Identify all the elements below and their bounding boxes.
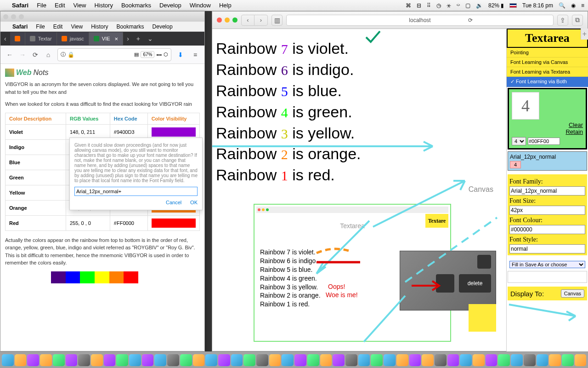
volume-icon[interactable]: 🔉 [476,2,483,9]
more-icon[interactable]: ••• [156,52,162,58]
dock-app-icon[interactable] [78,354,90,366]
clock-text[interactable]: Tue 8:16 pm [522,2,553,9]
dock-app-icon[interactable] [104,354,116,366]
status-icon[interactable]: ⠿ [427,2,431,9]
dock-app-icon[interactable] [294,354,306,366]
new-tab-icon[interactable]: + [133,35,144,42]
status-icon[interactable]: ⌘ [406,2,411,9]
ok-button[interactable]: OK [190,200,198,205]
home-icon[interactable]: ⌂ [43,49,54,60]
ff-menu[interactable]: Bookmarks [117,23,144,30]
menu-view[interactable]: View [74,2,86,9]
zoom-level[interactable]: 67% [141,51,154,58]
dock-app-icon[interactable] [358,354,370,366]
dock-app-icon[interactable] [66,354,78,366]
dock-app-icon[interactable] [409,354,421,366]
nav-buttons[interactable]: ‹› [241,15,268,26]
menu-file[interactable]: File [37,2,46,9]
dock-app-icon[interactable] [511,354,523,366]
dock-app-icon[interactable] [193,354,205,366]
reader-icon[interactable]: ▤ [134,52,139,58]
dock-app-icon[interactable] [231,354,243,366]
clear-link[interactable]: Clear [512,121,583,128]
menu-help[interactable]: Help [219,2,232,9]
clock-icon[interactable]: ◷ [436,2,441,9]
menu-window[interactable]: Window [190,2,211,9]
dock-app-icon[interactable] [498,354,510,366]
mode-menu-item[interactable]: Font Learning via Textarea [507,67,588,77]
wifi-icon[interactable]: ⌔ [457,2,460,9]
reload-icon[interactable]: ⟳ [30,49,41,60]
tab[interactable]: javasc [57,32,89,45]
dock-app-icon[interactable] [142,354,154,366]
pocket-icon[interactable]: ⬡ [164,52,168,58]
dialog-input[interactable] [74,187,198,196]
bluetooth-icon[interactable]: ⚹ [447,2,451,9]
traffic-lights[interactable] [3,14,24,19]
traffic-lights[interactable] [217,17,237,23]
ff-menu[interactable]: Develop [153,23,173,30]
dock-app-icon[interactable] [575,354,587,366]
font-size-input[interactable] [509,206,585,215]
cancel-button[interactable]: Cancel [166,200,181,205]
ff-menu[interactable]: File [36,23,45,30]
mode-menu-item[interactable]: Pointing [507,48,588,58]
menu-edit[interactable]: Edit [55,2,65,9]
retain-link[interactable]: Retain [512,128,583,135]
dock-app-icon[interactable] [460,354,472,366]
dock-app-icon[interactable] [537,354,548,366]
display-icon[interactable]: ▢ [465,2,470,9]
tab-scroll-right-icon[interactable]: › [123,35,133,42]
dock-app-icon[interactable] [40,354,52,366]
ff-menu[interactable]: History [91,23,108,30]
ff-menu[interactable]: View [71,23,83,30]
save-select[interactable]: Fill in Save As or choose [509,261,585,268]
menu-develop[interactable]: Develop [159,2,181,9]
dock-app-icon[interactable] [371,354,383,366]
menu-bookmarks[interactable]: Bookmarks [121,2,151,9]
back-icon[interactable]: ← [4,49,15,60]
tab[interactable] [10,32,25,45]
menu-icon[interactable]: ≡ [190,49,201,60]
tab[interactable]: Textar [25,32,57,45]
dock-app-icon[interactable] [307,354,319,366]
tabs-icon[interactable]: ⧉ [572,15,583,26]
ff-menu[interactable]: Edit [53,23,63,30]
color-input[interactable] [528,138,560,145]
tab-scroll-left-icon[interactable]: ‹ [0,35,10,42]
dock-app-icon[interactable] [2,354,14,366]
dock-app-icon[interactable] [269,354,281,366]
dock-app-icon[interactable] [422,354,434,366]
dock-app-icon[interactable] [435,354,447,366]
dock-app-icon[interactable] [333,354,345,366]
forward-icon[interactable]: → [17,49,28,60]
font-colour-input[interactable] [509,225,585,234]
notifications-icon[interactable]: ≡ [581,2,584,9]
share-icon[interactable]: ⇪ [557,15,568,26]
dock-app-icon[interactable] [384,354,396,366]
dock-app-icon[interactable] [549,354,561,366]
new-tab-button[interactable]: + [581,29,588,40]
dock-app-icon[interactable] [116,354,128,366]
flag-icon[interactable] [509,3,517,8]
spotlight-icon[interactable]: 🔍 [559,2,565,9]
status-icon[interactable]: ⊟ [417,2,421,9]
dock-app-icon[interactable] [396,354,408,366]
char-select[interactable]: 4 [512,137,526,145]
dock-app-icon[interactable] [320,354,332,366]
dock-app-icon[interactable] [562,354,574,366]
dock-app-icon[interactable] [53,354,65,366]
dock-app-icon[interactable] [473,354,485,366]
dock-app-icon[interactable] [180,354,192,366]
dock[interactable] [0,351,588,368]
dock-app-icon[interactable] [243,354,255,366]
dock-app-icon[interactable] [345,354,357,366]
info-icon[interactable]: ⓘ [61,51,66,58]
dock-app-icon[interactable] [282,354,294,366]
dock-app-icon[interactable] [218,354,230,366]
download-icon[interactable]: ⬇ [175,49,186,60]
ff-app-name[interactable]: Safari [12,23,28,30]
font-family-input[interactable] [509,186,585,196]
dock-app-icon[interactable] [256,354,268,366]
url-field[interactable]: localhost⟳ [286,15,554,26]
